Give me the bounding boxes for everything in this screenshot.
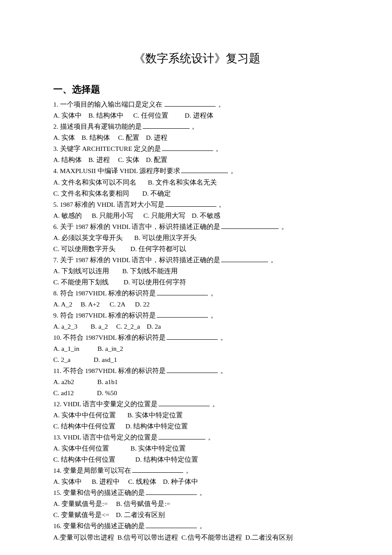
- q12-text: 12. VHDL 语言中变量定义的位置是: [53, 400, 158, 408]
- q7-suffix: 。: [269, 256, 277, 263]
- question-8: 8. 符合 1987VHDL 标准的标识符是 。: [53, 288, 341, 299]
- q4-suffix: 。: [229, 167, 237, 174]
- q10-suffix: 。: [219, 334, 227, 341]
- q12-suffix: 。: [210, 400, 219, 408]
- q10-options-2: C. 2_a D. asd_1: [53, 354, 341, 365]
- question-3: 3. 关键字 ARCHITECTURE 定义的是 。: [53, 143, 341, 154]
- q10-options-1: A. a_1_in B. a_in_2: [53, 343, 341, 354]
- q8-options: A. A_2 B. A+2 C. 2A D. 22: [53, 299, 341, 310]
- q8-blank: [157, 289, 208, 295]
- q11-options-1: A. a2b2 B. a1b1: [53, 376, 341, 387]
- q4-options-1: A. 文件名和实体可以不同名 B. 文件名和实体名无关: [53, 177, 341, 188]
- q6-options-1: A. 必须以英文字母开头 B. 可以使用汉字开头: [53, 232, 341, 243]
- q9-text: 9. 符合 1987VHDL 标准的标识符是: [53, 312, 156, 319]
- q14-text: 14. 变量是局部量可以写在: [53, 467, 131, 474]
- q7-options-2: C. 不能使用下划线 D. 可以使用任何字符: [53, 277, 341, 288]
- q2-blank: [143, 122, 190, 129]
- q1-text: 1. 一个项目的输入输出端口是定义在: [53, 101, 164, 108]
- question-12: 12. VHDL 语言中变量定义的位置是 。: [53, 399, 341, 410]
- q13-options-1: A. 实体中任何位置 B. 实体中特定位置: [53, 443, 341, 454]
- q13-options-2: C. 结构体中任何位置 D. 结构体中特定位置: [53, 454, 341, 465]
- q16-suffix: 。: [198, 522, 206, 529]
- q2-suffix: 。: [190, 123, 199, 130]
- question-13: 13. VHDL 语言中信号定义的位置是 。: [53, 432, 341, 443]
- q10-text: 10. 不符合 1987VHDL 标准的标识符是: [53, 334, 166, 341]
- q5-text: 5. 1987 标准的 VHDL 语言对大小写是: [53, 201, 164, 208]
- q2-options: A. 实体 B. 结构体 C. 配置 D. 进程: [53, 132, 341, 143]
- q11-options-2: C. ad12 D. %50: [53, 387, 341, 399]
- q4-options-2: C. 文件名和实体名要相同 D. 不确定: [53, 188, 341, 199]
- q3-options: A. 结构体 B. 进程 C. 实体 D. 配置: [53, 154, 341, 165]
- q15-suffix: 。: [198, 489, 206, 496]
- question-14: 14. 变量是局部量可以写在 。: [53, 465, 341, 476]
- q15-text: 15. 变量和信号的描述正确的是: [53, 489, 145, 496]
- q4-blank: [181, 167, 228, 173]
- q3-blank: [162, 145, 213, 151]
- question-11: 11. 不符合 1987VHDL 标准的标识符是 。: [53, 365, 341, 376]
- q5-options: A. 敏感的 B. 只能用小写 C. 只能用大写 D. 不敏感: [53, 210, 341, 221]
- q15-options-1: A. 变量赋值号是:= B. 信号赋值号是:=: [53, 498, 341, 509]
- q9-options: A. a_2_3 B. a_2 C. 2_2_a D. 2a: [53, 321, 341, 332]
- q9-blank: [157, 311, 208, 318]
- question-5: 5. 1987 标准的 VHDL 语言对大小写是 。: [53, 199, 341, 210]
- q16-options: A.变量可以带出进程 B.信号可以带出进程 C.信号不能带出进程 D.二者没有区…: [53, 532, 341, 543]
- q11-suffix: 。: [219, 367, 227, 374]
- question-6: 6. 关于 1987 标准的 VHDL 语言中，标识符描述正确的是 。: [53, 221, 341, 232]
- q15-options-2: C. 变量赋值号是<= D. 二者没有区别: [53, 509, 341, 520]
- q7-text: 7. 关于 1987 标准的 VHDL 语言中，标识符描述正确的是: [53, 256, 220, 263]
- q14-options: A. 实体中 B. 进程中 C. 线粒体 D. 种子体中: [53, 476, 341, 487]
- q16-blank: [146, 522, 197, 529]
- q6-blank: [221, 222, 279, 229]
- q11-text: 11. 不符合 1987VHDL 标准的标识符是: [53, 367, 166, 374]
- q14-blank: [132, 466, 183, 473]
- q1-suffix: 。: [216, 101, 225, 108]
- q3-text: 3. 关键字 ARCHITECTURE 定义的是: [53, 145, 161, 152]
- q12-blank: [159, 400, 210, 407]
- question-1: 1. 一个项目的输入输出端口是定义在 。: [53, 99, 341, 110]
- q8-text: 8. 符合 1987VHDL 标准的标识符是: [53, 289, 156, 297]
- question-7: 7. 关于 1987 标准的 VHDL 语言中，标识符描述正确的是 。: [53, 254, 341, 266]
- question-4: 4. MAXPLUSII 中编译 VHDL 源程序时要求 。: [53, 165, 341, 176]
- q7-options-1: A. 下划线可以连用 B. 下划线不能连用: [53, 266, 341, 277]
- question-16: 16. 变量和信号的描述正确的是 。: [53, 520, 341, 532]
- question-9: 9. 符合 1987VHDL 标准的标识符是 。: [53, 310, 341, 321]
- q6-suffix: 。: [280, 223, 288, 230]
- q13-suffix: 。: [206, 434, 215, 441]
- question-10: 10. 不符合 1987VHDL 标准的标识符是 。: [53, 332, 341, 343]
- q4-text: 4. MAXPLUSII 中编译 VHDL 源程序时要求: [53, 167, 180, 174]
- q14-suffix: 。: [184, 467, 193, 474]
- q15-blank: [146, 489, 197, 495]
- q12-options-2: C. 结构体中任何位置 D. 结构体中特定位置: [53, 421, 341, 432]
- question-15: 15. 变量和信号的描述正确的是 。: [53, 487, 341, 498]
- q7-blank: [221, 255, 268, 262]
- q8-suffix: 。: [209, 289, 217, 297]
- q12-options-1: A. 实体中中任何位置 B. 实体中特定位置: [53, 410, 341, 421]
- q10-blank: [167, 333, 218, 340]
- q1-blank: [164, 100, 216, 107]
- q16-text: 16. 变量和信号的描述正确的是: [53, 522, 145, 529]
- section-header-1: 一、选择题: [53, 81, 341, 97]
- q3-suffix: 。: [214, 145, 222, 152]
- q11-blank: [167, 367, 218, 373]
- q13-blank: [159, 433, 205, 440]
- question-2: 2. 描述项目具有逻辑功能的是 。: [53, 121, 341, 132]
- q13-text: 13. VHDL 语言中信号定义的位置是: [53, 434, 158, 441]
- q2-text: 2. 描述项目具有逻辑功能的是: [53, 123, 142, 130]
- q1-options: A. 实体中 B. 结构体中 C. 任何位置 D. 进程体: [53, 110, 341, 121]
- q9-suffix: 。: [209, 312, 217, 319]
- q5-blank: [165, 200, 216, 207]
- q6-text: 6. 关于 1987 标准的 VHDL 语言中，标识符描述正确的是: [53, 223, 220, 230]
- q5-suffix: 。: [217, 201, 226, 208]
- document-title: 《数字系统设计》复习题: [53, 49, 341, 69]
- q6-options-2: C. 可以使用数字开头 D. 任何字符都可以: [53, 243, 341, 254]
